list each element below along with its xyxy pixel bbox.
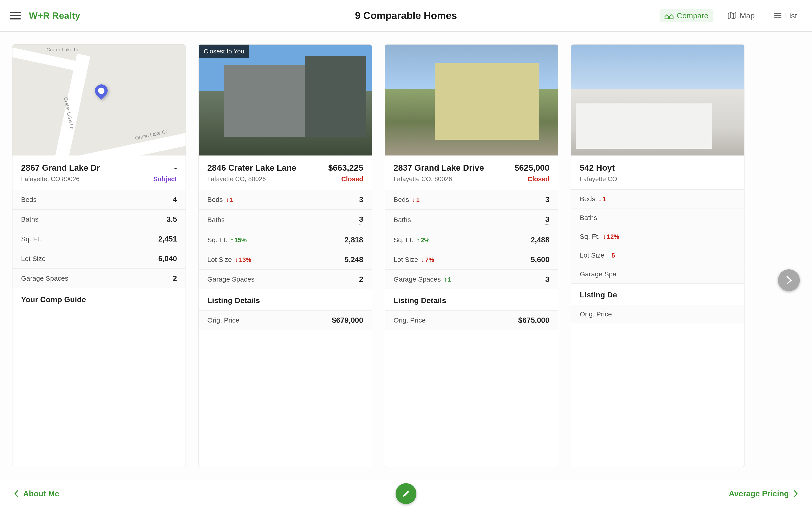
pencil-icon (401, 489, 411, 498)
spec-value: 3 (545, 275, 549, 284)
delta-down-icon: ↓ 7% (421, 257, 434, 264)
spec-beds: Beds ↓ 1 3 (385, 190, 558, 210)
address-title: 2846 Crater Lake Lane (207, 163, 296, 173)
price-value: $663,225 (328, 163, 363, 173)
comp-card[interactable]: 542 Hoyt Lafayette CO Beds ↓ 1 Baths Sq.… (571, 44, 745, 467)
delta-down-icon: ↓ 5 (607, 252, 615, 259)
spec-beds: Beds 4 (12, 190, 186, 210)
delta-up-icon: ↑ 2% (417, 237, 429, 244)
view-compare-label: Compare (677, 11, 708, 20)
status-badge: Closed (328, 175, 363, 183)
comp-card[interactable]: 2837 Grand Lake Drive Lafayette CO, 8002… (385, 44, 558, 467)
card-header: 2837 Grand Lake Drive Lafayette CO, 8002… (385, 156, 558, 190)
spec-label-text: Baths (580, 214, 597, 222)
comparable-card-row[interactable]: Crater Lake Ln Crater Lake Ln Grand Lake… (0, 32, 812, 480)
spec-label-text: Orig. Price (580, 310, 612, 318)
spec-sqft: Sq. Ft. ↑ 2% 2,488 (385, 230, 558, 250)
listing-photo: Closest to You (199, 45, 372, 156)
spec-label-text: Baths (394, 216, 411, 224)
spec-label-text: Baths (207, 216, 225, 224)
spec-value: 3.5 (166, 215, 177, 224)
delta-down-icon: ↓ 1 (412, 196, 420, 204)
card-header: 2846 Crater Lake Lane Lafayette CO, 8002… (199, 156, 372, 190)
spec-label-text: Garage Spaces (394, 275, 441, 283)
hamburger-menu-icon[interactable] (10, 12, 21, 19)
map-pin-icon (92, 82, 110, 100)
spec-value: 5,248 (344, 255, 363, 264)
spec-label-text: Orig. Price (207, 317, 240, 324)
spec-lot: Lot Size 6,040 (12, 249, 186, 269)
card-stage: Crater Lake Ln Crater Lake Ln Grand Lake… (0, 32, 812, 480)
spec-baths: Baths (571, 209, 744, 227)
section-title: Listing De (571, 284, 744, 305)
page-title: 9 Comparable Homes (355, 10, 457, 21)
spec-garage: Garage Spaces 2 (12, 269, 186, 288)
section-title: Listing Details (199, 289, 372, 311)
spec-label-text: Sq. Ft. (207, 236, 227, 244)
view-switcher: Compare Map List (660, 9, 802, 22)
spec-label-text: Sq. Ft. (580, 233, 600, 240)
chevron-right-icon (793, 490, 798, 498)
delta-down-icon: ↓ 13% (235, 257, 251, 264)
spec-sqft: Sq. Ft. 2,451 (12, 229, 186, 249)
spec-label-text: Beds (207, 196, 223, 204)
spec-value: 6,040 (158, 255, 177, 263)
view-list-button[interactable]: List (769, 9, 802, 22)
address-title: 2837 Grand Lake Drive (394, 163, 484, 173)
view-compare-button[interactable]: Compare (660, 9, 713, 22)
address-title: 542 Hoyt (580, 163, 617, 173)
scroll-right-button[interactable] (778, 269, 800, 291)
spec-value: $679,000 (332, 316, 363, 325)
price-value: $625,000 (514, 163, 549, 173)
card-header: 542 Hoyt Lafayette CO (571, 156, 744, 190)
view-map-button[interactable]: Map (722, 9, 760, 22)
compare-icon (664, 12, 673, 19)
subject-card[interactable]: Crater Lake Ln Crater Lake Ln Grand Lake… (12, 44, 186, 467)
address-subtitle: Lafayette CO, 80026 (394, 175, 484, 183)
brand-logo[interactable]: W+R Realty (29, 11, 80, 21)
spec-beds: Beds ↓ 1 (571, 190, 744, 209)
spec-value: 3 (359, 215, 363, 225)
spec-sqft: Sq. Ft. ↑ 15% 2,818 (199, 230, 372, 250)
spec-label-text: Beds (394, 196, 409, 204)
spec-value: 2,818 (344, 236, 363, 244)
chevron-left-icon (14, 490, 19, 498)
view-list-label: List (785, 11, 797, 20)
spec-value: 3 (359, 195, 363, 204)
spec-label-text: Lot Size (21, 255, 46, 263)
address-subtitle: Lafayette CO, 80026 (207, 175, 296, 183)
detail-orig-price: Orig. Price $675,000 (385, 311, 558, 330)
app-header: W+R Realty 9 Comparable Homes Compare Ma… (0, 0, 812, 32)
listing-photo (385, 45, 558, 156)
spec-sqft: Sq. Ft. ↓ 12% (571, 227, 744, 246)
spec-label-text: Lot Size (580, 251, 604, 259)
footer-prev-label: About Me (23, 489, 59, 498)
chevron-right-icon (785, 275, 793, 285)
delta-up-icon: ↑ 1 (444, 276, 451, 283)
spec-label-text: Garage Spaces (207, 275, 254, 283)
delta-up-icon: ↑ 15% (231, 237, 247, 244)
card-header: 2867 Grand Lake Dr Lafayette, CO 80026 -… (12, 156, 186, 190)
footer-next-link[interactable]: Average Pricing (729, 489, 798, 498)
map-icon (727, 12, 737, 19)
spec-baths: Baths 3 (385, 210, 558, 230)
spec-label-text: Garage Spaces (21, 275, 68, 282)
header-left: W+R Realty (10, 11, 80, 21)
spec-label-text: Lot Size (207, 256, 232, 264)
list-icon (774, 12, 782, 19)
spec-baths: Baths 3 (199, 210, 372, 230)
spec-label-text: Garage Spa (580, 270, 616, 278)
spec-label-text: Orig. Price (394, 317, 426, 324)
delta-down-icon: ↓ 1 (598, 196, 606, 203)
spec-value: 3 (545, 195, 549, 204)
spec-value: 5,600 (530, 255, 549, 264)
detail-orig-price: Orig. Price $679,000 (199, 311, 372, 330)
subject-map-image: Crater Lake Ln Crater Lake Ln Grand Lake… (12, 45, 186, 156)
spec-value: 2,451 (158, 235, 177, 243)
footer-prev-link[interactable]: About Me (14, 489, 59, 498)
edit-fab-button[interactable] (396, 483, 416, 504)
section-title: Your Comp Guide (12, 288, 186, 309)
comp-card[interactable]: Closest to You 2846 Crater Lake Lane Laf… (198, 44, 372, 467)
spec-label-text: Beds (21, 196, 37, 204)
detail-orig-price: Orig. Price (571, 305, 744, 324)
